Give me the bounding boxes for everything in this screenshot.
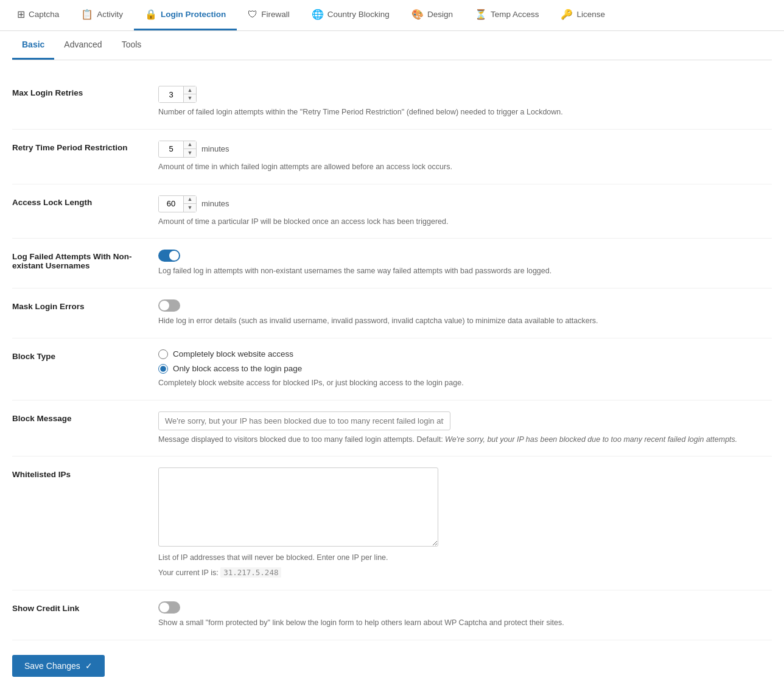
log-failed-attempts-slider	[158, 250, 180, 262]
access-lock-length-label: Access Lock Length	[12, 195, 158, 207]
access-lock-length-desc: Amount of time a particular IP will be b…	[158, 216, 772, 228]
nav-license[interactable]: 🔑 License	[550, 0, 616, 30]
access-lock-length-row: Access Lock Length ▲ ▼ minutes Amount of…	[12, 184, 772, 239]
block-type-radio-all[interactable]	[158, 349, 168, 359]
mask-login-errors-toggle[interactable]	[158, 299, 180, 312]
temp-access-icon: ⏳	[475, 9, 487, 20]
block-message-label: Block Message	[12, 411, 158, 423]
block-type-control: Completely block website access Only blo…	[158, 349, 772, 389]
block-type-label-all[interactable]: Completely block website access	[173, 349, 293, 358]
nav-captcha[interactable]: ⊞ Captcha	[6, 0, 70, 30]
access-lock-length-wrapper: ▲ ▼ minutes	[158, 195, 772, 212]
max-login-retries-up[interactable]: ▲	[184, 86, 196, 94]
retry-time-period-input[interactable]	[159, 141, 183, 156]
firewall-icon: 🛡	[248, 9, 257, 20]
tab-basic[interactable]: Basic	[12, 31, 54, 60]
whitelisted-ips-row: Whitelisted IPs List of IP addresses tha…	[12, 456, 772, 590]
show-credit-link-toggle-wrapper	[158, 601, 772, 614]
block-type-option-login: Only block access to the login page	[158, 364, 772, 374]
whitelisted-ips-desc2: Your current IP is: 31.217.5.248	[158, 567, 772, 579]
show-credit-link-row: Show Credit Link Show a small "form prot…	[12, 590, 772, 640]
retry-time-period-desc: Amount of time in which failed login att…	[158, 161, 772, 173]
log-failed-attempts-desc: Log failed log in attempts with non-exis…	[158, 265, 772, 277]
block-type-option-all: Completely block website access	[158, 349, 772, 359]
block-type-label-login[interactable]: Only block access to the login page	[173, 364, 302, 373]
retry-time-period-row: Retry Time Period Restriction ▲ ▼ minute…	[12, 130, 772, 184]
max-login-retries-down[interactable]: ▼	[184, 94, 196, 102]
retry-time-period-wrapper: ▲ ▼ minutes	[158, 141, 772, 158]
tab-advanced[interactable]: Advanced	[54, 31, 111, 60]
nav-temp-access[interactable]: ⏳ Temp Access	[464, 0, 550, 30]
mask-login-errors-toggle-wrapper	[158, 299, 772, 312]
mask-login-errors-slider	[158, 299, 180, 312]
log-failed-attempts-control: Log failed log in attempts with non-exis…	[158, 250, 772, 277]
max-login-retries-label: Max Login Retries	[12, 86, 158, 97]
save-changes-button[interactable]: Save Changes ✓	[12, 655, 105, 677]
block-message-control: Message displayed to visitors blocked du…	[158, 411, 772, 446]
log-failed-attempts-row: Log Failed Attempts With Non-existant Us…	[12, 239, 772, 289]
log-failed-attempts-label: Log Failed Attempts With Non-existant Us…	[12, 250, 158, 270]
access-lock-length-control: ▲ ▼ minutes Amount of time a particular …	[158, 195, 772, 228]
content-area: Basic Advanced Tools Max Login Retries ▲…	[0, 31, 784, 689]
max-login-retries-input-group: ▲ ▼	[158, 86, 197, 103]
nav-firewall[interactable]: 🛡 Firewall	[237, 0, 301, 30]
whitelisted-ips-desc1: List of IP addresses that will never be …	[158, 552, 772, 564]
login-protection-icon: 🔒	[145, 9, 157, 20]
show-credit-link-control: Show a small "form protected by" link be…	[158, 601, 772, 629]
block-message-desc: Message displayed to visitors blocked du…	[158, 434, 772, 446]
block-type-desc: Completely block website access for bloc…	[158, 377, 772, 389]
activity-icon: 📋	[81, 9, 93, 20]
block-message-row: Block Message Message displayed to visit…	[12, 400, 772, 457]
block-type-radio-login[interactable]	[158, 364, 168, 374]
save-check-icon: ✓	[85, 661, 93, 671]
max-login-retries-spinners: ▲ ▼	[183, 86, 196, 102]
nav-activity[interactable]: 📋 Activity	[70, 0, 134, 30]
retry-time-period-down[interactable]: ▼	[184, 149, 196, 157]
max-login-retries-input[interactable]	[159, 87, 183, 102]
max-login-retries-desc: Number of failed login attempts within t…	[158, 107, 772, 118]
block-message-input[interactable]	[158, 411, 450, 430]
whitelisted-ips-textarea[interactable]	[158, 467, 438, 547]
nav-design[interactable]: 🎨 Design	[401, 0, 464, 30]
mask-login-errors-label: Mask Login Errors	[12, 299, 158, 311]
log-failed-attempts-toggle-wrapper	[158, 250, 772, 262]
max-login-retries-control: ▲ ▼ Number of failed login attempts with…	[158, 86, 772, 118]
mask-login-errors-control: Hide log in error details (such as inval…	[158, 299, 772, 327]
access-lock-length-unit: minutes	[201, 199, 229, 208]
access-lock-length-down[interactable]: ▼	[184, 204, 196, 212]
show-credit-link-slider	[158, 601, 180, 614]
max-login-retries-wrapper: ▲ ▼	[158, 86, 772, 103]
top-navigation: ⊞ Captcha 📋 Activity 🔒 Login Protection …	[0, 0, 784, 31]
sub-tabs: Basic Advanced Tools	[12, 31, 772, 60]
tab-tools[interactable]: Tools	[112, 31, 152, 60]
block-type-radio-group: Completely block website access Only blo…	[158, 349, 772, 374]
captcha-icon: ⊞	[17, 9, 25, 20]
nav-login-protection[interactable]: 🔒 Login Protection	[134, 0, 237, 30]
design-icon: 🎨	[411, 9, 424, 20]
access-lock-length-up[interactable]: ▲	[184, 196, 196, 204]
retry-time-period-label: Retry Time Period Restriction	[12, 141, 158, 152]
retry-time-period-input-group: ▲ ▼	[158, 141, 197, 158]
country-blocking-icon: 🌐	[312, 9, 324, 20]
show-credit-link-toggle[interactable]	[158, 601, 180, 614]
access-lock-length-input-group: ▲ ▼	[158, 195, 197, 212]
license-icon: 🔑	[561, 9, 573, 20]
retry-time-period-spinners: ▲ ▼	[183, 141, 196, 157]
whitelisted-ips-control: List of IP addresses that will never be …	[158, 467, 772, 579]
show-credit-link-label: Show Credit Link	[12, 601, 158, 613]
current-ip: 31.217.5.248	[220, 567, 281, 578]
retry-time-period-control: ▲ ▼ minutes Amount of time in which fail…	[158, 141, 772, 173]
nav-country-blocking[interactable]: 🌐 Country Blocking	[301, 0, 401, 30]
block-type-label: Block Type	[12, 349, 158, 361]
show-credit-link-desc: Show a small "form protected by" link be…	[158, 617, 772, 629]
max-login-retries-row: Max Login Retries ▲ ▼ Number of failed l…	[12, 75, 772, 130]
log-failed-attempts-toggle[interactable]	[158, 250, 180, 262]
access-lock-length-spinners: ▲ ▼	[183, 196, 196, 212]
mask-login-errors-row: Mask Login Errors Hide log in error deta…	[12, 289, 772, 338]
retry-time-period-unit: minutes	[201, 144, 229, 153]
block-type-row: Block Type Completely block website acce…	[12, 338, 772, 400]
access-lock-length-input[interactable]	[159, 196, 183, 211]
whitelisted-ips-label: Whitelisted IPs	[12, 467, 158, 479]
retry-time-period-up[interactable]: ▲	[184, 141, 196, 149]
mask-login-errors-desc: Hide log in error details (such as inval…	[158, 315, 772, 327]
